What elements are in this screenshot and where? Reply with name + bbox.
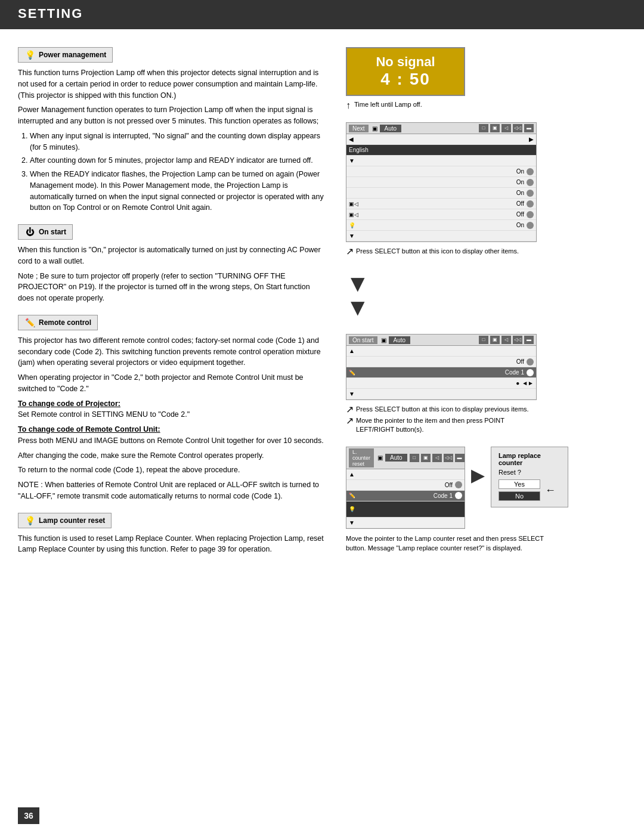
menu1-row-english: English bbox=[346, 145, 536, 156]
main-content: 💡 Power management This function turns P… bbox=[0, 35, 644, 578]
menu1-icon2: ▣ bbox=[490, 124, 500, 132]
menu2-row-nav-up: ▲ bbox=[346, 346, 536, 357]
menu-screenshot-3: L. counter reset ▣ Auto □ ▣ ◁ ◁◁ ▬ bbox=[346, 447, 465, 529]
menu2-icon1: □ bbox=[479, 336, 488, 344]
power-management-label: Power management bbox=[39, 51, 106, 59]
power-management-icon: 💡 bbox=[24, 49, 35, 60]
remote-control-section: ✏️ Remote control This projector has two… bbox=[18, 315, 328, 502]
change-remote-text: Press both MENU and IMAGE buttons on Rem… bbox=[18, 436, 324, 445]
menu3-row-nav-up: ▲ bbox=[346, 469, 465, 480]
menu1-annotation: ↗ Press SELECT button at this icon to di… bbox=[346, 247, 537, 256]
menu1-annotation-text: Press SELECT button at this icon to disp… bbox=[356, 247, 519, 256]
power-management-step3: When the READY indicator flashes, the Pr… bbox=[30, 169, 328, 213]
change-remote-label: To change code of Remote Control Unit: bbox=[18, 425, 160, 433]
right-column: No signal 4 : 50 ↑ Time left until Lamp … bbox=[346, 47, 572, 566]
page-number: 36 bbox=[18, 807, 39, 824]
menu2-annotation2-text: Move the pointer to the item and then pr… bbox=[356, 416, 537, 435]
time-label: Time left until Lamp off. bbox=[354, 101, 422, 108]
no-signal-display: No signal 4 : 50 ↑ Time left until Lamp … bbox=[346, 47, 465, 110]
menu1-row-off1: ▣◁ Off bbox=[346, 199, 536, 209]
lamp-dialog-title: Lamp replace counter bbox=[499, 452, 561, 466]
menu1-row-nav-down: ▼ bbox=[346, 156, 536, 166]
menu1-row-on1: On bbox=[346, 166, 536, 177]
side-indicator bbox=[456, 502, 460, 516]
on-start-section: ⏻ On start When this function is "On," p… bbox=[18, 224, 328, 304]
power-management-p2: Power Management function operates to tu… bbox=[18, 104, 328, 127]
menu-screenshot-3-wrapper: L. counter reset ▣ Auto □ ▣ ◁ ◁◁ ▬ bbox=[346, 447, 568, 553]
menu-screenshot-1-wrapper: Next ▣ Auto □ ▣ ◁ ◁◁ ▬ ◀ ▶ bbox=[346, 122, 537, 256]
menu3-annotation: Move the pointer to the Lamp counter res… bbox=[346, 534, 549, 553]
menu3-topbar-icons: □ ▣ ◁ ◁◁ ▬ bbox=[410, 454, 465, 462]
menu1-row-nav-up: ◀ ▶ bbox=[346, 134, 536, 145]
on-start-p1: When this function is "On," projector is… bbox=[18, 244, 328, 267]
remote-control-change-projector: To change code of Projector: Set Remote … bbox=[18, 398, 328, 421]
power-management-step2: After counting down for 5 minutes, proje… bbox=[30, 155, 328, 166]
lamp-arrow-right: ▶ bbox=[471, 465, 485, 485]
remote-control-return: To return to the normal code (Code 1), r… bbox=[18, 465, 328, 476]
pointer-arrow-icon: ↑ bbox=[346, 101, 351, 110]
remote-control-header: ✏️ Remote control bbox=[18, 315, 98, 330]
power-management-step1: When any input signal is interrupted, "N… bbox=[30, 131, 328, 153]
menu2-icon2: ▣ bbox=[490, 336, 500, 344]
change-projector-text: Set Remote control in SETTING MENU to "C… bbox=[18, 410, 190, 419]
menu2-annotation1-text: Press SELECT button at this icon to disp… bbox=[356, 405, 529, 414]
menu1-btn6 bbox=[527, 222, 534, 229]
lamp-dialog-arrow: ← bbox=[545, 484, 556, 497]
remote-control-icon: ✏️ bbox=[24, 317, 35, 328]
menu3-row-nav-down: ▼ bbox=[346, 518, 465, 528]
remote-control-p1: This projector has two different remote … bbox=[18, 335, 328, 368]
lamp-dialog-yes[interactable]: Yes bbox=[499, 479, 540, 489]
menu3-row-lamp: 💡 bbox=[346, 501, 465, 518]
menu1-row-on4: 💡 On bbox=[346, 220, 536, 231]
menu1-row-on2: On bbox=[346, 177, 536, 188]
menu1-btn2 bbox=[527, 179, 534, 186]
lamp-dialog-sub: Reset ? bbox=[499, 469, 561, 476]
menu1-btn4 bbox=[527, 200, 534, 208]
menu3-icon1: □ bbox=[410, 454, 419, 462]
menu1-icon3: ◁ bbox=[501, 124, 511, 132]
menu-screenshot-2: On start ▣ Auto □ ▣ ◁ ◁◁ ▬ ▲ bbox=[346, 334, 537, 400]
power-management-header: 💡 Power management bbox=[18, 47, 113, 63]
remote-control-change-remote: To change code of Remote Control Unit: P… bbox=[18, 424, 328, 447]
menu1-btn1 bbox=[527, 168, 534, 175]
menu1-row-bottom: ▼ bbox=[346, 231, 536, 241]
page-title: SETTING bbox=[18, 6, 83, 21]
menu2-row-code1: ✏️ Code 1 bbox=[346, 367, 536, 378]
menu2-icon5: ▬ bbox=[524, 336, 534, 344]
lamp-counter-header: 💡 Lamp counter reset bbox=[18, 513, 112, 528]
remote-control-p2: When operating projector in "Code 2," bo… bbox=[18, 372, 328, 395]
lamp-counter-label: Lamp counter reset bbox=[39, 516, 105, 525]
menu1-icon4: ◁◁ bbox=[513, 124, 522, 132]
left-column: 💡 Power management This function turns P… bbox=[18, 47, 328, 566]
down-arrow: ▼▼ bbox=[346, 271, 370, 319]
menu2-row-nav-down: ▼ bbox=[346, 389, 536, 400]
menu2-icon4: ◁◁ bbox=[513, 336, 522, 344]
menu2-rows: ▲ Off ✏️ Code 1 ● bbox=[346, 346, 536, 400]
menu3-row-off: Off bbox=[346, 480, 465, 491]
remote-control-note: NOTE : When batteries of Remote Control … bbox=[18, 479, 328, 502]
menu2-btn2 bbox=[527, 369, 534, 376]
menu2-topbar-auto: Auto bbox=[389, 336, 411, 344]
lamp-counter-section: 💡 Lamp counter reset This function is us… bbox=[18, 513, 328, 556]
menu3-icon4: ◁◁ bbox=[444, 454, 453, 462]
menu3-topbar: L. counter reset ▣ Auto □ ▣ ◁ ◁◁ ▬ bbox=[346, 447, 465, 469]
menu3-icon2: ▣ bbox=[421, 454, 431, 462]
menu2-icon3: ◁ bbox=[501, 336, 511, 344]
menu1-topbar: Next ▣ Auto □ ▣ ◁ ◁◁ ▬ bbox=[346, 123, 536, 134]
menu1-topbar-auto: Auto bbox=[380, 125, 402, 132]
power-management-steps: When any input signal is interrupted, "N… bbox=[30, 131, 328, 213]
menu3-btn2 bbox=[455, 492, 462, 499]
no-signal-title: No signal bbox=[359, 54, 452, 70]
menu3-rows: ▲ Off ✏️ Code 1 bbox=[346, 469, 465, 528]
menu1-btn5 bbox=[527, 211, 534, 218]
menu2-row-off: Off bbox=[346, 357, 536, 367]
menu-screenshot-2-wrapper: On start ▣ Auto □ ▣ ◁ ◁◁ ▬ ▲ bbox=[346, 334, 537, 435]
page-header: SETTING bbox=[0, 0, 644, 27]
menu1-topbar-item: Next bbox=[349, 125, 369, 132]
menu1-topbar-icons: □ ▣ ◁ ◁◁ ▬ bbox=[479, 124, 534, 132]
menu1-row-off2: ▣◁ Off bbox=[346, 209, 536, 220]
no-signal-time: 4 : 50 bbox=[359, 70, 452, 89]
lamp-dialog-no[interactable]: No bbox=[499, 491, 540, 501]
menu2-topbar: On start ▣ Auto □ ▣ ◁ ◁◁ ▬ bbox=[346, 335, 536, 346]
menu3-icon3: ◁ bbox=[432, 454, 442, 462]
